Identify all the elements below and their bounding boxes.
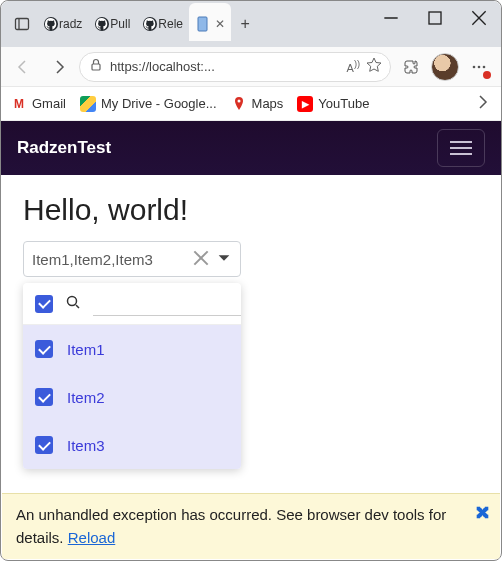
drive-icon xyxy=(80,96,96,112)
reload-link[interactable]: Reload xyxy=(68,529,116,546)
more-menu-button[interactable] xyxy=(463,51,495,83)
url-text: https://localhost:... xyxy=(110,59,341,74)
svg-point-13 xyxy=(483,65,486,68)
arrow-left-icon xyxy=(15,59,31,75)
svg-point-17 xyxy=(68,297,77,306)
tab-label: Rele xyxy=(158,17,183,31)
dropdown-search-input[interactable] xyxy=(93,292,241,316)
tab-github-rele[interactable]: Rele xyxy=(136,8,189,40)
item-label: Item2 xyxy=(67,389,105,406)
hamburger-icon xyxy=(450,141,472,143)
favorites-button[interactable] xyxy=(366,57,382,76)
svg-line-18 xyxy=(76,305,79,308)
dropdown-item[interactable]: Item2 xyxy=(23,373,241,421)
back-button[interactable] xyxy=(7,51,39,83)
error-dismiss-button[interactable]: 🗙 xyxy=(475,502,490,525)
tab-github-pull[interactable]: Pull xyxy=(88,8,136,40)
profile-avatar[interactable] xyxy=(431,53,459,81)
star-icon xyxy=(366,57,382,73)
bookmark-maps[interactable]: Maps xyxy=(231,96,284,112)
app-navbar: RadzenTest xyxy=(1,121,501,175)
tab-label: radz xyxy=(59,17,82,31)
dropdown-search-row xyxy=(23,283,241,325)
close-icon xyxy=(471,10,487,26)
dropdown-items: Item1 Item2 Item3 xyxy=(23,325,241,469)
lock-icon xyxy=(88,57,104,76)
bookmark-label: Gmail xyxy=(32,96,66,111)
github-icon xyxy=(43,16,59,32)
item-label: Item1 xyxy=(67,341,105,358)
tab-current[interactable]: ✕ xyxy=(189,3,231,41)
dropdown-clear-button[interactable] xyxy=(192,250,210,269)
page-title: Hello, world! xyxy=(23,193,479,227)
multiselect-dropdown: Item1,Item2,Item3 Item1 Item2 xyxy=(23,241,241,469)
svg-rect-7 xyxy=(429,12,441,24)
window-controls xyxy=(369,1,501,35)
dropdown-caret xyxy=(216,250,232,269)
dots-icon xyxy=(471,59,487,75)
bookmarks-overflow-button[interactable] xyxy=(475,94,491,113)
bookmark-gmail[interactable]: MGmail xyxy=(11,96,66,112)
close-icon[interactable]: ✕ xyxy=(215,17,225,31)
gmail-icon: M xyxy=(11,96,27,112)
item-checkbox[interactable] xyxy=(35,436,53,454)
puzzle-icon xyxy=(403,59,419,75)
navbar-toggle-button[interactable] xyxy=(437,129,485,167)
dropdown-item[interactable]: Item1 xyxy=(23,325,241,373)
maximize-button[interactable] xyxy=(413,1,457,35)
bookmark-drive[interactable]: My Drive - Google... xyxy=(80,96,217,112)
youtube-icon: ▶ xyxy=(297,96,313,112)
chevron-right-icon xyxy=(475,94,491,110)
error-banner: 🗙 An unhandled exception has occurred. S… xyxy=(2,493,500,559)
close-window-button[interactable] xyxy=(457,1,501,35)
svg-point-11 xyxy=(473,65,476,68)
arrow-right-icon xyxy=(51,59,67,75)
close-icon xyxy=(193,250,209,266)
bookmark-youtube[interactable]: ▶YouTube xyxy=(297,96,369,112)
maximize-icon xyxy=(427,10,443,26)
search-icon xyxy=(65,294,81,313)
item-checkbox[interactable] xyxy=(35,340,53,358)
browser-toolbar: https://localhost:... A)) xyxy=(1,47,501,87)
bookmarks-bar: MGmail My Drive - Google... Maps ▶YouTub… xyxy=(1,87,501,121)
item-checkbox[interactable] xyxy=(35,388,53,406)
page-content: Hello, world! Item1,Item2,Item3 Item1 It… xyxy=(1,175,501,487)
svg-rect-0 xyxy=(16,19,29,30)
dropdown-item[interactable]: Item3 xyxy=(23,421,241,469)
new-tab-button[interactable]: + xyxy=(231,15,259,33)
svg-point-12 xyxy=(478,65,481,68)
tab-strip: radz Pull Rele ✕ + xyxy=(1,1,369,39)
bookmark-label: My Drive - Google... xyxy=(101,96,217,111)
plus-icon: + xyxy=(240,15,249,32)
minimize-button[interactable] xyxy=(369,1,413,35)
extensions-button[interactable] xyxy=(395,51,427,83)
select-all-checkbox[interactable] xyxy=(35,295,53,313)
address-bar[interactable]: https://localhost:... A)) xyxy=(79,52,391,82)
svg-rect-5 xyxy=(198,17,207,31)
item-label: Item3 xyxy=(67,437,105,454)
browser-titlebar: radz Pull Rele ✕ + xyxy=(1,1,501,47)
github-icon xyxy=(142,16,158,32)
svg-rect-10 xyxy=(92,64,100,70)
dropdown-trigger[interactable]: Item1,Item2,Item3 xyxy=(23,241,241,277)
dropdown-popup: Item1 Item2 Item3 xyxy=(23,283,241,469)
tab-label: Pull xyxy=(110,17,130,31)
svg-point-14 xyxy=(237,99,240,102)
dropdown-value: Item1,Item2,Item3 xyxy=(32,251,186,268)
tab-github-radz[interactable]: radz xyxy=(37,8,88,40)
caret-down-icon xyxy=(216,250,232,266)
minimize-icon xyxy=(383,10,399,26)
github-icon xyxy=(94,16,110,32)
tab-actions-icon xyxy=(14,16,30,32)
reader-mode-button[interactable]: A)) xyxy=(347,59,360,74)
forward-button[interactable] xyxy=(43,51,75,83)
tab-actions-button[interactable] xyxy=(7,9,37,39)
app-brand: RadzenTest xyxy=(17,138,111,158)
maps-icon xyxy=(231,96,247,112)
page-icon xyxy=(195,16,211,32)
bookmark-label: YouTube xyxy=(318,96,369,111)
bookmark-label: Maps xyxy=(252,96,284,111)
